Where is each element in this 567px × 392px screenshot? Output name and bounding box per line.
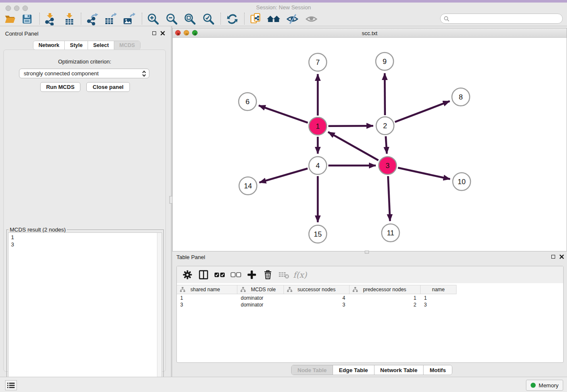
column-layout-button[interactable] — [195, 268, 212, 281]
tab-style[interactable]: Style — [65, 41, 88, 50]
session-title: Session: New Session — [0, 4, 567, 11]
table-panel-title: Table Panel — [176, 254, 205, 260]
tab-edge-table[interactable]: Edge Table — [333, 365, 374, 375]
run-mcds-button[interactable]: Run MCDS — [40, 82, 80, 92]
zoom-in-button[interactable] — [146, 12, 161, 26]
cell-predecessor-nodes[interactable]: 2 — [350, 301, 421, 308]
tab-network-table[interactable]: Network Table — [374, 365, 424, 375]
tab-select[interactable]: Select — [88, 41, 114, 50]
column-header-mcds-role[interactable]: MCDS role — [237, 285, 284, 294]
checked-boxes-icon — [215, 272, 225, 277]
column-header-shared-name[interactable]: shared name — [177, 285, 237, 294]
export-network-button[interactable] — [85, 12, 100, 26]
column-header-predecessor-nodes[interactable]: predecessor nodes — [350, 285, 421, 294]
graph-edge-3-11[interactable] — [388, 176, 390, 221]
table-close-icon[interactable] — [559, 254, 564, 259]
save-session-button[interactable] — [19, 12, 35, 26]
network-window-titlebar[interactable]: scc.txt — [173, 28, 567, 38]
graph-edge-2-8[interactable] — [395, 101, 449, 122]
close-panel-icon[interactable] — [160, 31, 165, 36]
network-graph[interactable]: 7968124314101511 — [173, 38, 567, 251]
memory-button[interactable]: Memory — [526, 380, 563, 391]
table-toolbar: f(x) — [177, 266, 563, 283]
show-panels-button[interactable] — [5, 380, 17, 390]
graph-edge-2-3[interactable] — [386, 136, 387, 154]
tab-mcds[interactable]: MCDS — [114, 41, 140, 50]
table-row[interactable]: 3 dominator 3 2 3 — [177, 301, 563, 308]
delete-table-button[interactable] — [276, 268, 292, 281]
deselect-all-button[interactable] — [228, 268, 244, 281]
cell-successor-nodes[interactable]: 3 — [284, 301, 350, 308]
export-table-icon — [104, 13, 117, 25]
duplicate-network-button[interactable] — [248, 12, 263, 26]
graph-node-label-7: 7 — [316, 58, 319, 66]
import-table-button[interactable] — [62, 12, 77, 26]
function-builder-button[interactable]: f(x) — [292, 268, 308, 281]
gear-icon — [183, 270, 192, 279]
cell-successor-nodes[interactable]: 4 — [284, 295, 350, 301]
export-image-button[interactable] — [121, 12, 137, 26]
cell-shared-name[interactable]: 3 — [177, 301, 237, 308]
cell-predecessor-nodes[interactable]: 1 — [350, 295, 421, 301]
select-all-button[interactable] — [212, 268, 228, 281]
hide-selected-button[interactable] — [285, 12, 300, 26]
result-line: 3 — [11, 241, 159, 248]
graph-node-label-2: 2 — [383, 122, 387, 130]
graph-node-label-10: 10 — [458, 178, 466, 186]
plus-icon — [248, 271, 256, 279]
zoom-selected-icon — [202, 13, 215, 25]
cell-name[interactable]: 1 — [421, 295, 457, 301]
close-panel-button[interactable]: Close panel — [86, 82, 130, 92]
select-stepper-icon — [142, 70, 146, 77]
eye-slash-icon — [286, 13, 299, 25]
graph-edge-3-10[interactable] — [398, 168, 450, 179]
table-row[interactable]: 1 dominator 4 1 1 — [177, 295, 563, 301]
control-panel: Control Panel Network Style Select MCDS … — [0, 26, 171, 377]
duplicate-network-icon — [249, 13, 262, 25]
selected-option: strongly connected component — [24, 70, 142, 77]
import-network-button[interactable] — [42, 12, 58, 26]
cell-mcds-role[interactable]: dominator — [237, 301, 284, 308]
zoom-selected-button[interactable] — [201, 12, 216, 26]
table-settings-button[interactable] — [179, 268, 195, 281]
tab-network[interactable]: Network — [33, 41, 65, 50]
titlebar[interactable]: Session: New Session — [0, 3, 567, 12]
float-panel-icon[interactable] — [152, 31, 156, 35]
graph-edge-3-1[interactable] — [328, 132, 378, 160]
zoom-fit-button[interactable] — [182, 12, 198, 26]
open-session-button[interactable] — [3, 12, 18, 26]
export-image-icon — [123, 13, 135, 25]
cell-name[interactable]: 3 — [421, 301, 457, 308]
table-float-icon[interactable] — [551, 255, 555, 259]
zoom-fit-icon — [184, 13, 196, 25]
tab-motifs[interactable]: Motifs — [424, 365, 451, 375]
export-table-button[interactable] — [103, 12, 118, 26]
search-input[interactable] — [451, 16, 562, 22]
show-all-button[interactable] — [304, 12, 319, 26]
column-header-name[interactable]: name — [421, 285, 457, 294]
open-folder-icon — [4, 14, 16, 24]
zoom-out-button[interactable] — [164, 12, 179, 26]
network-canvas[interactable]: 7968124314101511 — [173, 38, 567, 251]
search-field[interactable] — [440, 14, 563, 24]
apply-layout-button[interactable] — [225, 12, 240, 26]
delete-column-button[interactable] — [260, 268, 276, 281]
graph-edge-1-6[interactable] — [259, 105, 308, 123]
tab-node-table[interactable]: Node Table — [292, 365, 333, 375]
table-panel: Table Panel — [172, 253, 567, 377]
graph-edge-1-2[interactable] — [328, 126, 373, 126]
mcds-result-textarea[interactable]: 1 3 — [8, 232, 162, 388]
add-column-button[interactable] — [244, 268, 260, 281]
first-neighbors-button[interactable] — [266, 12, 281, 26]
export-network-icon — [86, 13, 99, 25]
list-icon — [7, 382, 15, 389]
graph-edge-4-14[interactable] — [259, 168, 308, 182]
column-header-successor-nodes[interactable]: successor nodes — [284, 285, 350, 294]
network-view-window: scc.txt 7968124314101511 — [172, 28, 567, 251]
result-scrollbar[interactable] — [157, 233, 162, 387]
optimization-criterion-select[interactable]: strongly connected component — [19, 69, 149, 78]
graph-edge-2-9[interactable] — [385, 73, 385, 115]
cell-shared-name[interactable]: 1 — [177, 295, 237, 301]
cell-mcds-role[interactable]: dominator — [237, 295, 284, 301]
column-type-icon — [352, 287, 358, 292]
